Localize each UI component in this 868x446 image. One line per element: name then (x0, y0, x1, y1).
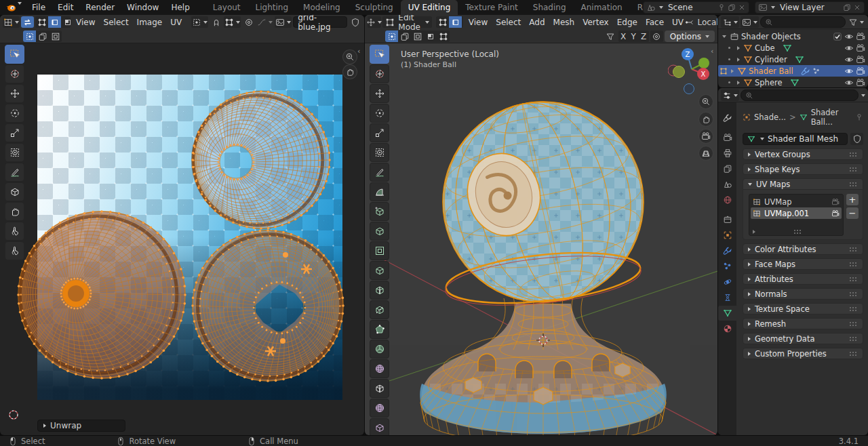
panel-geometry-data[interactable]: Geometry Data (743, 333, 863, 344)
editor-type-button[interactable] (3, 16, 20, 28)
tab-layout[interactable]: Layout (205, 0, 248, 15)
sidebar-collapse-arrow[interactable]: ‹ (711, 47, 713, 56)
blender-logo-icon[interactable] (5, 2, 22, 13)
uv-maps-list[interactable]: UVMap UVMap.001 (749, 194, 844, 236)
tab-texture-paint[interactable]: Texture Paint (458, 0, 525, 15)
panel-drag-grip[interactable] (849, 277, 858, 281)
tab-render[interactable] (718, 130, 736, 145)
select-mode-edge[interactable] (449, 16, 462, 28)
expand-icon[interactable] (731, 69, 734, 73)
tool-pinch[interactable] (5, 241, 24, 260)
view-layer-selector[interactable]: View Layer (755, 1, 865, 14)
tool-move[interactable] (5, 84, 24, 103)
fake-user-shield-button[interactable] (850, 133, 863, 145)
editor-type-button[interactable] (721, 89, 739, 101)
tab-collection[interactable] (718, 212, 736, 227)
menu-add[interactable]: Add (525, 18, 549, 27)
copy-icon[interactable] (728, 3, 736, 12)
tool-grab[interactable] (5, 202, 24, 221)
tool-knife[interactable] (370, 300, 389, 319)
options-dropdown[interactable]: Options (665, 31, 715, 42)
select-mode-edge[interactable] (48, 16, 61, 28)
hide-eye-icon[interactable] (844, 78, 854, 87)
tab-object[interactable] (718, 228, 736, 243)
tool-loop-cut[interactable] (370, 281, 389, 300)
panel-drag-grip[interactable] (849, 351, 858, 356)
copy-icon[interactable] (843, 3, 851, 12)
render-camera-icon[interactable] (856, 32, 865, 41)
viewport-canvas[interactable] (365, 15, 717, 435)
panel-remesh[interactable]: Remesh (743, 318, 863, 329)
tool-scale[interactable] (5, 123, 24, 142)
tool-tweak-select[interactable] (5, 45, 24, 64)
select-mode-face[interactable] (462, 16, 462, 28)
tab-world[interactable] (718, 192, 736, 207)
select-mode-extend[interactable] (398, 31, 411, 42)
zoom-button[interactable] (342, 49, 357, 64)
tab-output[interactable] (718, 146, 736, 161)
panel-attributes[interactable]: Attributes (743, 273, 863, 285)
tab-particles[interactable] (718, 259, 736, 274)
tab-lighting[interactable]: Lighting (248, 0, 296, 15)
tool-measure[interactable] (370, 182, 389, 201)
tool-bevel[interactable] (370, 261, 389, 280)
scene-selector[interactable]: Scene (643, 1, 749, 14)
menu-edit[interactable]: Edit (52, 0, 79, 15)
tab-physics[interactable] (718, 275, 736, 289)
tab-shading[interactable]: Shading (526, 0, 574, 15)
panel-drag-grip[interactable] (849, 321, 858, 326)
menu-image[interactable]: Image (133, 18, 167, 27)
panel-drag-grip[interactable] (849, 167, 858, 171)
menu-file[interactable]: File (26, 0, 52, 15)
unwrap-operator-panel[interactable]: Unwrap (37, 420, 125, 432)
render-camera-icon[interactable] (856, 66, 865, 76)
datablock-name-field[interactable]: Shader Ball Mesh (743, 133, 848, 145)
tool-transform[interactable] (5, 143, 24, 162)
mode-dropdown[interactable]: Edit Mode (382, 16, 432, 28)
checkbox-icon[interactable] (833, 32, 842, 41)
pan-hand-button[interactable] (698, 112, 713, 127)
tab-modifiers[interactable] (718, 243, 736, 258)
menu-window[interactable]: Window (121, 0, 165, 15)
tool-edge-slide[interactable] (370, 379, 389, 398)
menu-render[interactable]: Render (79, 0, 121, 15)
list-resize-grip[interactable] (793, 229, 802, 234)
snap-toggle[interactable] (210, 16, 222, 28)
uv-map-item[interactable]: UVMap (751, 196, 842, 207)
hide-eye-icon[interactable] (844, 43, 854, 53)
select-mode-subtract[interactable] (411, 31, 424, 42)
menu-select[interactable]: Select (100, 18, 133, 27)
panel-face-maps[interactable]: Face Maps (743, 258, 863, 270)
image-browse-button[interactable] (275, 16, 292, 28)
select-mode-set[interactable] (385, 31, 398, 42)
tool-rotate[interactable] (5, 104, 24, 123)
tab-uv-editing[interactable]: UV Editing (401, 0, 458, 15)
snap-target-dropdown[interactable] (224, 16, 241, 28)
tool-transform[interactable] (370, 143, 389, 162)
tab-scene[interactable] (718, 177, 736, 192)
menu-help[interactable]: Help (165, 0, 195, 15)
tool-tweak-select[interactable] (370, 45, 389, 64)
pin-icon[interactable] (717, 3, 726, 12)
hide-eye-icon[interactable] (844, 32, 854, 41)
tool-rotate[interactable] (370, 104, 389, 123)
expand-icon[interactable] (737, 81, 740, 85)
uv-sync-selection-toggle[interactable] (21, 16, 34, 28)
select-mode-face[interactable] (61, 16, 71, 28)
tab-object-data[interactable] (718, 306, 736, 321)
filter-dropdown[interactable] (847, 16, 865, 28)
fake-user-shield-icon[interactable] (349, 16, 361, 28)
panel-shape-keys[interactable]: Shape Keys (743, 163, 863, 175)
tool-poly-build[interactable] (370, 320, 389, 339)
select-mode-intersect[interactable] (437, 31, 450, 42)
image-name-field[interactable]: grid-blue.jpg (293, 16, 347, 28)
unlink-icon[interactable] (738, 3, 746, 12)
pivot-point-dropdown[interactable] (191, 16, 208, 28)
camera-view-button[interactable] (698, 129, 713, 144)
breadcrumb-object[interactable]: Shade... (754, 113, 786, 122)
panel-uv-maps[interactable]: UV Maps (743, 178, 863, 190)
tool-add-cube[interactable] (370, 202, 389, 221)
collection-row[interactable]: Shader Objects (718, 31, 868, 42)
menu-view[interactable]: View (72, 18, 99, 27)
select-mode-vertex[interactable] (35, 16, 48, 28)
